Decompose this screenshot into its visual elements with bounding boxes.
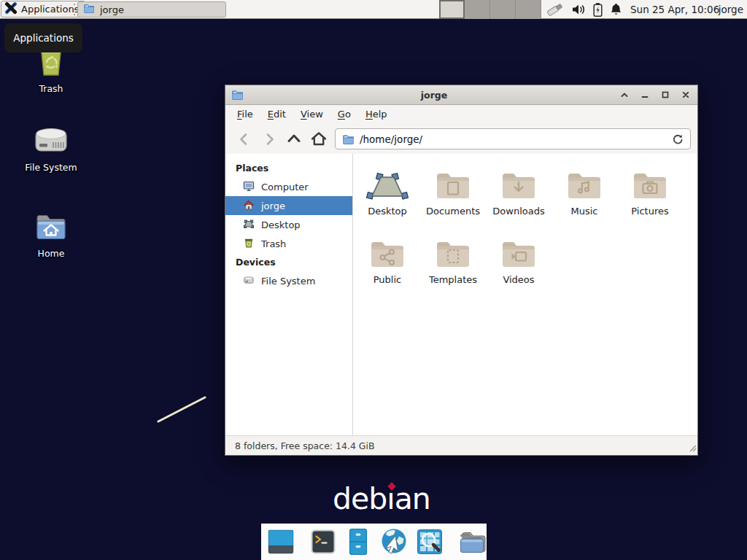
desktop-icon-label: File System	[25, 162, 77, 173]
sidebar: Places Computer	[225, 154, 353, 435]
applications-menu-label: Applications	[21, 4, 79, 15]
window-titlebar[interactable]: jorge	[225, 85, 697, 105]
menu-file[interactable]: File	[230, 105, 260, 124]
menu-help[interactable]: Help	[358, 105, 395, 124]
location-bar[interactable]: /home/jorge/	[335, 128, 691, 149]
file-item-label: Desktop	[368, 206, 407, 217]
folder-icon[interactable]	[458, 529, 487, 555]
window-icon	[231, 90, 244, 100]
file-item-desktop[interactable]: Desktop	[355, 163, 420, 217]
back-button[interactable]	[232, 128, 257, 150]
drive-icon	[243, 274, 255, 288]
sidebar-item-label: File System	[261, 276, 315, 287]
home-folder-icon	[34, 211, 69, 244]
menu-view[interactable]: View	[293, 105, 330, 124]
file-item-music[interactable]: Music	[551, 163, 617, 217]
menubar: File Edit View Go Help	[225, 105, 697, 124]
file-item-videos[interactable]: Videos	[486, 231, 551, 285]
sidebar-item-file-system[interactable]: File System	[225, 271, 352, 290]
taskbar-window-button[interactable]: jorge	[77, 1, 226, 18]
toolbar: /home/jorge/	[225, 124, 697, 154]
application-finder-icon[interactable]	[416, 528, 444, 556]
cursor-trail-artifact	[153, 392, 212, 427]
sidebar-item-trash[interactable]: Trash	[225, 234, 352, 253]
desktop-icon	[243, 218, 255, 232]
folder-downloads-icon	[499, 163, 538, 202]
sidebar-item-label: Trash	[261, 238, 286, 249]
taskbar-window-label: jorge	[100, 4, 124, 15]
workspace-1[interactable]	[439, 0, 465, 19]
file-item-label: Videos	[503, 274, 534, 285]
workspace-3[interactable]	[490, 0, 516, 19]
statusbar: 8 folders, Free space: 14.4 GiB	[225, 435, 697, 455]
forward-button[interactable]	[257, 128, 282, 150]
sidebar-header-devices: Devices	[225, 253, 352, 271]
folder-pictures-icon	[630, 163, 670, 202]
maximize-button[interactable]	[661, 90, 670, 99]
sidebar-item-desktop[interactable]: Desktop	[225, 215, 352, 234]
folder-documents-icon	[433, 163, 473, 202]
desktop-icon-file-system[interactable]: File System	[7, 123, 95, 173]
menu-edit[interactable]: Edit	[260, 105, 293, 124]
sidebar-item-jorge[interactable]: jorge	[225, 196, 352, 215]
dock	[261, 524, 487, 560]
minimize-button[interactable]	[640, 90, 649, 99]
panel-separator-handle[interactable]	[73, 4, 76, 15]
file-item-label: Downloads	[492, 206, 544, 217]
computer-icon	[243, 180, 255, 194]
xfce-menu-icon	[4, 1, 18, 17]
panel-clock[interactable]: Sun 25 Apr, 10:06	[630, 0, 719, 19]
reload-button[interactable]	[672, 133, 684, 145]
sidebar-item-label: Computer	[261, 182, 309, 192]
desktop-icon-label: Trash	[39, 83, 63, 94]
folder-icon	[342, 134, 355, 144]
desktop-surface-icon	[364, 163, 411, 202]
workspace-switcher	[439, 0, 541, 19]
file-item-public[interactable]: Public	[355, 231, 420, 285]
menu-go[interactable]: Go	[330, 105, 358, 124]
home-button[interactable]	[306, 128, 331, 150]
trash-icon	[243, 237, 255, 251]
desktop-icon-home[interactable]: Home	[7, 211, 95, 259]
file-item-pictures[interactable]: Pictures	[617, 163, 683, 217]
window-title: jorge	[248, 90, 620, 101]
file-item-label: Music	[571, 206, 598, 217]
workspace-4[interactable]	[516, 0, 541, 19]
file-manager-window: jorge File Edit View Go Help	[225, 85, 698, 456]
file-manager-icon[interactable]	[344, 528, 372, 556]
sidebar-header-places: Places	[225, 159, 352, 177]
file-item-templates[interactable]: Templates	[420, 231, 486, 285]
shade-button[interactable]	[620, 90, 629, 99]
file-item-label: Pictures	[631, 206, 668, 217]
top-panel: Applications jorge	[0, 0, 747, 19]
resize-grip[interactable]	[688, 443, 697, 454]
sidebar-item-computer[interactable]: Computer	[225, 177, 352, 196]
panel-username[interactable]: jorge	[719, 0, 743, 19]
file-item-documents[interactable]: Documents	[420, 163, 486, 217]
file-item-downloads[interactable]: Downloads	[486, 163, 551, 217]
folder-public-icon	[368, 231, 407, 271]
desktop-icon-label: Home	[38, 248, 65, 259]
applications-tooltip: Applications	[4, 23, 82, 52]
up-button[interactable]	[282, 128, 306, 150]
sidebar-item-label: Desktop	[261, 219, 301, 230]
file-view[interactable]: Desktop Documents	[353, 154, 697, 435]
show-desktop-icon[interactable]	[267, 528, 295, 556]
folder-music-icon	[565, 163, 604, 202]
volume-icon[interactable]	[571, 0, 586, 19]
battery-charging-icon[interactable]	[592, 0, 603, 19]
web-browser-icon[interactable]	[379, 527, 409, 556]
file-item-label: Templates	[429, 274, 477, 285]
terminal-icon[interactable]	[309, 528, 337, 556]
sidebar-item-label: jorge	[261, 201, 285, 211]
notifications-bell-icon[interactable]	[610, 0, 622, 19]
removable-device-icon[interactable]	[546, 0, 565, 19]
workspace-2[interactable]	[465, 0, 490, 19]
folder-icon	[83, 4, 95, 15]
folder-templates-icon	[433, 231, 473, 271]
file-item-label: Documents	[426, 206, 480, 217]
statusbar-text: 8 folders, Free space: 14.4 GiB	[235, 440, 375, 451]
debian-wordmark: debıan	[333, 481, 430, 516]
close-button[interactable]	[681, 90, 690, 99]
location-path[interactable]: /home/jorge/	[360, 133, 422, 145]
